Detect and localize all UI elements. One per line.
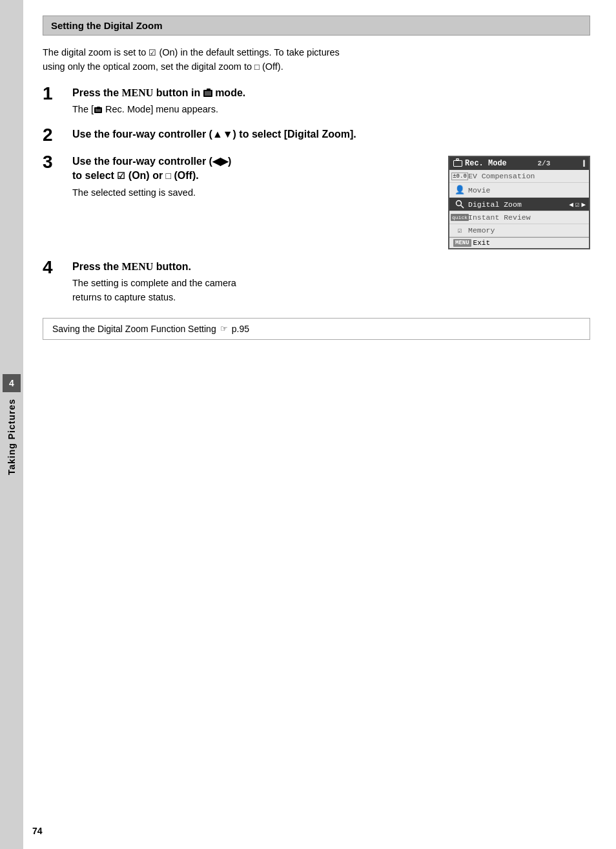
camera-menu: Rec. Mode 2/3 ▐ ±0.0 EV Compensation [448, 156, 590, 249]
menu-item-memory: ☑ Memory [449, 224, 589, 237]
step-3-text: Use the four-way controller (◀▶)to selec… [72, 154, 435, 200]
step-1-title: Press the MENU button in mode. [72, 86, 590, 100]
steps-container: 1 Press the MENU button in mode. The [ R… [43, 86, 590, 305]
page-number: 74 [23, 826, 43, 836]
instant-review-label: Instant Review [467, 213, 586, 222]
ev-icon-cell: ±0.0 [453, 173, 467, 180]
menu-header: Rec. Mode 2/3 ▐ [449, 157, 589, 170]
ev-label: EV Compensation [467, 172, 586, 180]
note-text: Saving the Digital Zoom Function Setting [52, 324, 216, 334]
step-4-number: 4 [43, 258, 66, 277]
note-ref: ☞ [220, 324, 228, 333]
movie-icon-cell: 👤 [453, 185, 467, 195]
sidebar: 4 Taking Pictures [0, 0, 23, 849]
arrow-right-icon: ▶ [581, 200, 586, 209]
step-3-number: 3 [43, 153, 66, 171]
step-1-number: 1 [43, 85, 66, 103]
menu-item-digitalzoom: Digital Zoom ◀ ☑ ▶ [449, 198, 589, 211]
menu-item-ev: ±0.0 EV Compensation [449, 170, 589, 183]
step-3-inner: Use the four-way controller (◀▶)to selec… [72, 154, 590, 249]
zoom-icon [455, 200, 464, 209]
intro-line2: using only the optical zoom, set the dig… [43, 61, 283, 72]
step-2-content: Use the four-way controller (▲▼) to sele… [72, 127, 590, 144]
svg-point-0 [457, 201, 462, 206]
step-2-title: Use the four-way controller (▲▼) to sele… [72, 127, 590, 142]
note-box: Saving the Digital Zoom Function Setting… [43, 318, 590, 340]
menu-title: Rec. Mode [465, 159, 507, 168]
zoom-label: Digital Zoom [467, 200, 569, 209]
arrow-left-icon: ◀ [569, 200, 573, 209]
step-3: 3 Use the four-way controller (◀▶)to sel… [43, 154, 590, 249]
step-3-content: Use the four-way controller (◀▶)to selec… [72, 154, 590, 249]
step-4: 4 Press the MENU button. The setting is … [43, 260, 590, 305]
zoom-icon-cell [453, 200, 467, 209]
step-4-title: Press the MENU button. [72, 260, 590, 274]
menu-item-movie: 👤 Movie [449, 183, 589, 198]
step-2-number: 2 [43, 126, 66, 144]
step-3-title: Use the four-way controller (◀▶)to selec… [72, 154, 435, 183]
menu-btn-label: MENU [453, 239, 471, 247]
zoom-controls: ◀ ☑ ▶ [569, 200, 586, 209]
intro-line1: The digital zoom is set to ☑ (On) in the… [43, 47, 340, 58]
menu-header-left: Rec. Mode [453, 159, 507, 168]
note-page-ref: p.95 [232, 324, 249, 334]
menu-exit-label: Exit [473, 239, 490, 247]
menu-footer: MENU Exit [449, 237, 589, 248]
step-1-content: Press the MENU button in mode. The [ Rec… [72, 86, 590, 117]
movie-label: Movie [467, 186, 586, 194]
memory-label: Memory [467, 226, 586, 235]
chapter-label: Taking Pictures [6, 399, 17, 475]
step-3-body: The selected setting is saved. [72, 186, 435, 200]
step-4-content: Press the MENU button. The setting is co… [72, 260, 590, 305]
chapter-number: 4 [3, 374, 21, 392]
menu-item-instantreview: quick Instant Review [449, 211, 589, 224]
intro-text: The digital zoom is set to ☑ (On) in the… [43, 46, 590, 74]
svg-line-1 [461, 205, 464, 209]
step-1-body: The [ Rec. Mode] menu appears. [72, 103, 590, 117]
step-4-body: The setting is complete and the camerare… [72, 277, 590, 305]
quick-icon-cell: quick [453, 214, 467, 221]
menu-page: 2/3 [537, 160, 550, 167]
memory-icon-cell: ☑ [453, 226, 467, 235]
main-content: Setting the Digital Zoom The digital zoo… [23, 0, 616, 849]
step-1: 1 Press the MENU button in mode. The [ R… [43, 86, 590, 117]
step-2: 2 Use the four-way controller (▲▼) to se… [43, 127, 590, 144]
section-header: Setting the Digital Zoom [43, 16, 590, 36]
